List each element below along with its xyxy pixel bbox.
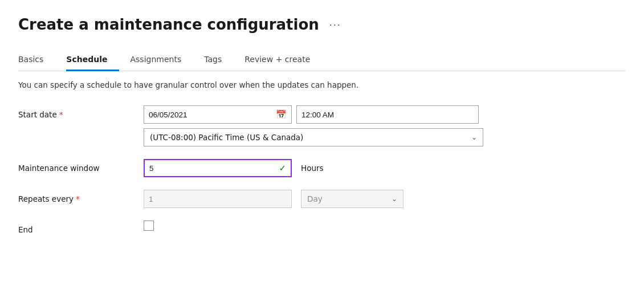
timezone-row: (UTC-08:00) Pacific Time (US & Canada) ⌄ [144,128,483,146]
maintenance-window-unit: Hours [301,164,324,173]
repeats-every-input[interactable] [144,190,292,208]
repeats-unit-dropdown[interactable]: Day ⌄ [301,190,403,208]
page-header: Create a maintenance configuration ··· [18,16,626,33]
tab-assignments[interactable]: Assignments [131,49,193,71]
maintenance-window-row: Maintenance window ✓ Hours [18,159,626,177]
tab-tags[interactable]: Tags [204,49,233,71]
maintenance-input-wrapper: ✓ [144,159,292,177]
maintenance-window-controls: ✓ Hours [144,159,324,177]
end-checkbox-wrapper [144,221,154,231]
maintenance-window-label: Maintenance window [18,159,144,173]
page-container: Create a maintenance configuration ··· B… [0,0,644,306]
start-date-time-row: 📅 [144,105,483,124]
maintenance-window-input-row: ✓ Hours [144,159,324,177]
calendar-icon[interactable]: 📅 [271,109,291,120]
tab-basics[interactable]: Basics [18,49,55,71]
tab-review-create[interactable]: Review + create [244,49,321,71]
repeats-unit-value: Day [307,194,323,203]
start-date-controls: 📅 (UTC-08:00) Pacific Time (US & Canada)… [144,105,483,146]
time-input[interactable] [296,105,479,124]
date-input[interactable] [144,106,271,123]
end-controls [144,221,154,231]
repeats-required-star: * [76,194,80,203]
chevron-down-icon: ⌄ [471,133,477,141]
start-date-required-star: * [59,110,63,119]
repeats-every-row: Repeats every * Day ⌄ [18,190,626,208]
end-row: End [18,221,626,234]
repeats-every-label: Repeats every * [18,190,144,203]
date-input-wrapper[interactable]: 📅 [144,105,292,124]
end-checkbox[interactable] [144,221,154,231]
schedule-description: You can specify a schedule to have granu… [18,80,626,89]
start-date-row: Start date * 📅 (UTC-08:00) Pacific Time … [18,105,626,146]
tabs-nav: Basics Schedule Assignments Tags Review … [18,49,626,71]
repeats-chevron-icon: ⌄ [392,195,397,203]
page-title: Create a maintenance configuration [18,16,319,33]
timezone-value: (UTC-08:00) Pacific Time (US & Canada) [150,133,303,142]
checkmark-icon: ✓ [279,163,286,173]
tab-schedule[interactable]: Schedule [66,49,119,71]
form-section: Start date * 📅 (UTC-08:00) Pacific Time … [18,105,626,234]
timezone-dropdown[interactable]: (UTC-08:00) Pacific Time (US & Canada) ⌄ [144,128,483,146]
end-label: End [18,221,144,234]
maintenance-window-input[interactable] [144,159,292,177]
ellipsis-button[interactable]: ··· [326,18,345,32]
repeats-every-input-row: Day ⌄ [144,190,403,208]
start-date-label: Start date * [18,105,144,119]
repeats-every-controls: Day ⌄ [144,190,403,208]
